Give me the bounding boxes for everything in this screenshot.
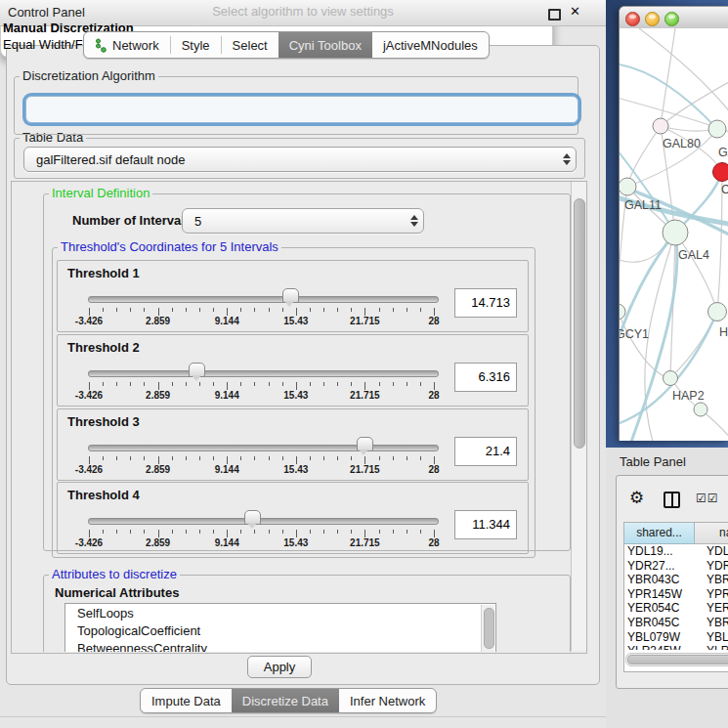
network-edge[interactable] [627,126,661,187]
network-node-label: GCY1 [620,327,649,341]
threshold-1-slider-track[interactable] [88,296,439,303]
slider-tick-label: 21.715 [340,390,389,401]
network-edge[interactable] [639,28,728,118]
threshold-2-slider-track[interactable] [88,370,439,377]
threshold-2-value-field[interactable]: 6.316 [454,363,517,392]
cell-shared-name[interactable]: YER054C [627,601,692,615]
table-row[interactable]: YER054CYER054C [624,601,728,616]
table-row[interactable]: YDR27...YDR27 [624,559,728,574]
apply-button[interactable]: Apply [247,656,312,678]
table-row[interactable]: YBR045CYBR045C [624,616,728,630]
column-header-shared[interactable]: shared... [624,523,695,544]
tab-impute-data[interactable]: Impute Data [141,689,232,712]
network-node[interactable] [708,303,727,321]
footer-divider [0,716,606,717]
slider-tick [240,382,241,386]
scrollbar-thumb[interactable] [574,198,585,449]
tab-discretize-data[interactable]: Discretize Data [232,689,339,712]
scrollbar-thumb[interactable] [484,608,494,649]
table-row[interactable]: YPR145WYPR145W [624,587,728,602]
threshold-4-value-field[interactable]: 11.344 [454,510,517,539]
table-horizontal-scrollbar[interactable] [625,653,728,666]
network-window-titlebar[interactable] [620,7,728,29]
cell-shared-name[interactable]: YBR043C [627,573,692,586]
slider-tick [269,382,270,386]
cell-shared-name[interactable]: YLR345W [627,644,692,650]
threshold-4-slider-track[interactable] [88,518,439,525]
tab-infer-network[interactable]: Infer Network [339,689,436,712]
cell-name[interactable]: YBL079W [707,630,728,644]
network-node[interactable] [708,120,726,138]
network-node[interactable] [694,403,707,416]
cell-name[interactable]: YER054C [707,601,728,615]
network-node[interactable] [713,163,728,182]
network-node[interactable] [620,304,625,320]
attributes-scrollbar[interactable] [481,605,494,652]
split-columns-icon[interactable] [664,492,680,508]
network-edge[interactable] [645,233,675,441]
table-row[interactable]: YLR345WYLR345W [624,644,728,650]
cell-shared-name[interactable]: YPR145W [627,587,692,601]
tab-style[interactable]: Style [171,32,221,58]
numerical-attributes-list[interactable]: SelfLoopsTopologicalCoefficientBetweenne… [64,603,496,652]
slider-tick [379,382,380,386]
cell-name[interactable]: YDL19 [707,544,728,558]
threshold-3-slider-thumb[interactable] [357,437,373,451]
threshold-1-panel: Threshold 1 -3.4262.8599.14415.4321.7152… [57,260,529,332]
tab-network[interactable]: Network [84,32,170,58]
attribute-list-item[interactable]: BetweennessCentrality [65,639,495,652]
minimize-traffic-light-icon[interactable] [645,12,660,26]
network-canvas[interactable]: GAL80GACGAL11GAL4GCY1HHAP2 [620,28,728,441]
slider-tick [393,382,394,386]
table-row[interactable]: YBL079WYBL079W [624,630,728,645]
column-header-name[interactable]: name [695,523,728,544]
slider-tick [254,530,255,534]
close-traffic-light-icon[interactable] [625,12,640,26]
cell-name[interactable]: YDR27 [707,559,728,573]
attribute-list-item[interactable]: SelfLoops [65,604,495,621]
slider-tick [434,456,435,464]
table-row[interactable]: YDL19...YDL19 [624,544,728,559]
algorithm-combobox[interactable] [25,96,578,123]
checkbox-columns-icon[interactable]: ☑☑ [696,492,719,505]
network-node[interactable] [620,178,636,195]
slider-tick [434,382,435,390]
network-node[interactable] [664,371,678,386]
slider-tick [379,530,380,534]
cell-name[interactable]: YLR345W [707,644,728,650]
cell-shared-name[interactable]: YDR27... [627,559,692,573]
scrollbar-thumb[interactable] [627,655,728,664]
network-edge[interactable] [670,312,717,378]
cell-shared-name[interactable]: YBL079W [627,630,692,644]
threshold-3-slider-track[interactable] [88,445,439,451]
tab-cyni-toolbox[interactable]: Cyni Toolbox [278,32,372,58]
slider-tick [172,530,173,534]
threshold-1-value-field[interactable]: 14.713 [454,288,517,318]
slider-tick [379,308,380,312]
network-node[interactable] [653,118,668,134]
network-edge[interactable] [661,28,675,126]
dropdown-prompt[interactable]: Select algorithm to view settings [0,4,606,19]
cell-shared-name[interactable]: YDL19... [627,544,692,558]
tab-select[interactable]: Select [222,32,278,58]
zoom-traffic-light-icon[interactable] [664,12,679,26]
cell-shared-name[interactable]: YBR045C [627,616,692,629]
network-node[interactable] [663,220,688,245]
slider-tick [420,308,421,312]
cell-name[interactable]: YPR145W [707,587,728,601]
table-data-combobox[interactable]: galFiltered.sif default node [23,147,577,172]
threshold-4-slider-thumb[interactable] [244,510,261,525]
gear-icon[interactable]: ⚙ [629,490,644,506]
tab-jactivemnodules[interactable]: jActiveMNodules [372,32,489,58]
settings-vertical-scrollbar[interactable] [571,182,586,651]
threshold-3-value-field[interactable]: 21.4 [454,437,517,466]
number-of-intervals-combobox[interactable]: 5 [182,208,424,234]
slider-tick [240,530,241,534]
cell-name[interactable]: YBR045C [707,616,728,629]
threshold-1-slider-thumb[interactable] [282,288,299,303]
cell-name[interactable]: YBR043C [707,573,728,586]
network-edge[interactable] [675,233,717,312]
threshold-2-slider-thumb[interactable] [189,363,205,377]
table-row[interactable]: YBR043CYBR043C [624,573,728,587]
attribute-list-item[interactable]: TopologicalCoefficient [65,621,495,639]
